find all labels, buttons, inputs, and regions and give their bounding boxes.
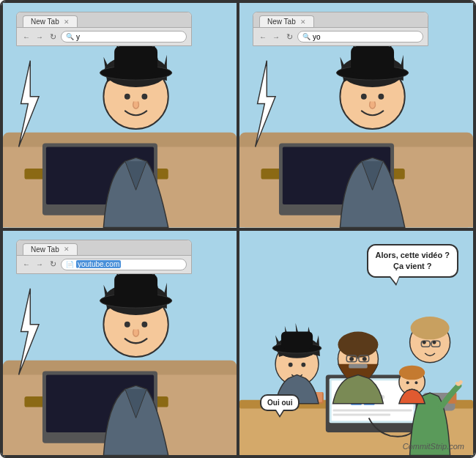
browser-panel-3: New Tab ✕ ← → ↻ 📄 youtube.com bbox=[16, 240, 192, 274]
browser-panel-2: New Tab ✕ ← → ↻ 🔍 yo bbox=[253, 12, 428, 46]
forward-button-1[interactable]: → bbox=[34, 32, 45, 42]
forward-button-3[interactable]: → bbox=[34, 259, 45, 270]
tab-label-3: New Tab bbox=[31, 245, 59, 254]
svg-point-82 bbox=[301, 362, 305, 366]
svg-point-99 bbox=[399, 365, 425, 380]
address-bar-1[interactable]: 🔍 y bbox=[61, 31, 187, 43]
address-text-2: yo bbox=[313, 33, 321, 41]
address-bar-3[interactable]: 📄 youtube.com bbox=[61, 259, 187, 270]
svg-point-86 bbox=[362, 356, 367, 361]
svg-point-97 bbox=[433, 340, 436, 344]
svg-point-35 bbox=[378, 94, 384, 100]
speech-bubble-small: Oui oui bbox=[260, 394, 300, 411]
speech-bubble-main: Alors, cette vidéo ? Ça vient ? bbox=[367, 244, 458, 278]
svg-point-81 bbox=[289, 362, 293, 366]
refresh-button-1[interactable]: ↻ bbox=[48, 32, 58, 42]
tab-close-icon-1[interactable]: ✕ bbox=[64, 18, 70, 26]
svg-point-100 bbox=[406, 381, 409, 384]
svg-point-17 bbox=[141, 94, 147, 100]
tab-label-2: New Tab bbox=[267, 18, 296, 26]
back-button-3[interactable]: ← bbox=[21, 259, 31, 270]
tab-close-icon-2[interactable]: ✕ bbox=[300, 18, 306, 26]
back-button-1[interactable]: ← bbox=[21, 32, 31, 42]
address-text-3: youtube.com bbox=[76, 260, 121, 268]
svg-point-92 bbox=[411, 316, 450, 339]
svg-rect-51 bbox=[114, 274, 157, 301]
search-icon-1: 🔍 bbox=[66, 33, 74, 40]
panel-4: Alors, cette vidéo ? Ça vient ? Oui oui … bbox=[238, 229, 475, 457]
browser-panel-1: New Tab ✕ ← → ↻ 🔍 y bbox=[16, 12, 192, 46]
svg-point-84 bbox=[338, 331, 378, 357]
address-text-1: y bbox=[76, 33, 80, 41]
panel-2: New Tab ✕ ← → ↻ 🔍 yo bbox=[238, 1, 475, 229]
svg-rect-87 bbox=[349, 363, 368, 368]
refresh-button-3[interactable]: ↻ bbox=[48, 259, 58, 270]
comic-container: New Tab ✕ ← → ↻ 🔍 y bbox=[0, 0, 476, 458]
svg-point-52 bbox=[124, 321, 130, 327]
svg-rect-65 bbox=[333, 413, 391, 415]
page-icon-3: 📄 bbox=[66, 261, 74, 268]
svg-point-34 bbox=[361, 94, 367, 100]
panel-3: New Tab ✕ ← → ↻ 📄 youtube.com bbox=[1, 229, 238, 457]
tab-label-1: New Tab bbox=[31, 18, 59, 26]
tab-close-icon-3[interactable]: ✕ bbox=[64, 245, 70, 253]
refresh-button-2[interactable]: ↻ bbox=[284, 32, 294, 42]
svg-point-101 bbox=[414, 381, 417, 384]
svg-rect-15 bbox=[114, 46, 157, 73]
svg-point-53 bbox=[141, 321, 147, 327]
svg-point-85 bbox=[349, 356, 354, 361]
panel-1: New Tab ✕ ← → ↻ 🔍 y bbox=[1, 1, 238, 229]
svg-rect-80 bbox=[281, 331, 313, 349]
search-icon-2: 🔍 bbox=[302, 33, 310, 40]
svg-rect-33 bbox=[351, 46, 394, 73]
svg-rect-64 bbox=[333, 409, 412, 411]
forward-button-2[interactable]: → bbox=[271, 32, 281, 42]
watermark: CommitStrip.com bbox=[403, 442, 464, 451]
svg-point-16 bbox=[124, 94, 130, 100]
address-bar-2[interactable]: 🔍 yo bbox=[297, 31, 423, 43]
back-button-2[interactable]: ← bbox=[258, 32, 268, 42]
svg-point-96 bbox=[423, 340, 426, 344]
